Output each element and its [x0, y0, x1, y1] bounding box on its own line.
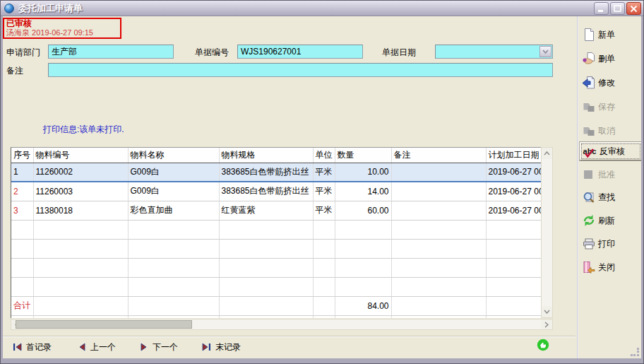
- doc-no-field[interactable]: WJS190627001: [237, 45, 363, 59]
- anti-audit-button[interactable]: abc 反审核: [580, 142, 641, 160]
- delete-doc-button[interactable]: 删单: [582, 50, 641, 67]
- doc-date-combo[interactable]: [435, 45, 553, 59]
- scrollbar-thumb[interactable]: [16, 320, 192, 329]
- audit-auditor-line: 汤海泉 2019-06-27 09:15: [6, 28, 118, 37]
- approve-label: 批准: [598, 169, 615, 181]
- cell-spec: 红黄蓝紫: [219, 201, 313, 220]
- col-header-unit[interactable]: 单位: [313, 148, 335, 163]
- cell-qty: 10.00: [335, 163, 391, 182]
- remark-field[interactable]: [48, 63, 553, 77]
- col-header-code[interactable]: 物料编号: [33, 148, 128, 163]
- close-button[interactable]: [626, 2, 641, 15]
- col-header-qty[interactable]: 数量: [335, 148, 391, 163]
- print-button[interactable]: 打印: [582, 235, 641, 252]
- cell-remark: [391, 182, 486, 201]
- first-record-icon: [13, 343, 22, 351]
- minimize-icon: [597, 5, 605, 13]
- col-header-spec[interactable]: 物料规格: [219, 148, 313, 163]
- cell-spec: 383685白色带筋挤出丝: [219, 163, 313, 182]
- last-record-icon: [202, 343, 211, 351]
- new-doc-button[interactable]: 新单: [582, 26, 641, 43]
- cancel-label: 取消: [598, 125, 615, 137]
- cell-code: 11380018: [33, 201, 128, 220]
- find-label: 查找: [598, 192, 615, 204]
- audit-status-box: 已审核 汤海泉 2019-06-27 09:15: [3, 18, 121, 39]
- table-empty-row[interactable]: [11, 277, 541, 296]
- minimize-button[interactable]: [594, 2, 609, 15]
- next-record-button[interactable]: 下一个: [140, 340, 178, 354]
- window-title: 委托加工申请单: [18, 2, 83, 15]
- new-doc-icon: [582, 28, 596, 42]
- close-window-label: 关闭: [598, 262, 615, 274]
- cell-date: 2019-06-27 00: [486, 163, 541, 182]
- globe-app-icon: [4, 4, 14, 13]
- green-confirm-icon[interactable]: [537, 339, 549, 351]
- cell-qty: 60.00: [335, 201, 391, 220]
- scroll-up-icon[interactable]: [542, 148, 552, 159]
- dept-field[interactable]: 生产部: [48, 45, 174, 59]
- cell-date: 2019-06-27 00: [486, 201, 541, 220]
- prev-record-label: 上一个: [90, 341, 116, 353]
- close-icon: [630, 5, 638, 13]
- table-row[interactable]: 2 11260003 G009白 383685白色带筋挤出丝 平米 14.00 …: [11, 182, 541, 201]
- prev-record-icon: [78, 343, 86, 351]
- cell-date: 2019-06-27 00: [486, 182, 541, 201]
- form-content: 已审核 汤海泉 2019-06-27 09:15 申请部门 生产部 单据编号 W…: [3, 16, 641, 358]
- approve-button: 批准: [582, 166, 641, 183]
- next-record-icon: [140, 343, 148, 351]
- last-record-label: 末记录: [215, 341, 241, 353]
- find-icon: [582, 190, 596, 204]
- col-header-name[interactable]: 物料名称: [128, 148, 219, 163]
- anti-audit-abc-icon: abc: [582, 147, 597, 155]
- print-label: 打印: [598, 238, 615, 250]
- remark-label: 备注: [6, 65, 23, 77]
- scroll-down-icon[interactable]: [542, 306, 552, 317]
- print-icon: [582, 237, 596, 251]
- next-record-label: 下一个: [153, 341, 178, 353]
- print-info-text: 打印信息:该单未打印.: [43, 124, 124, 136]
- total-label: 合计: [11, 296, 33, 315]
- cell-no: 3: [11, 201, 33, 220]
- cell-code: 11260002: [33, 163, 128, 182]
- table-empty-row[interactable]: [11, 258, 541, 277]
- edit-doc-label: 修改: [598, 77, 615, 89]
- cell-spec: 383685白色带筋挤出丝: [219, 182, 313, 201]
- maximize-button[interactable]: [610, 2, 625, 15]
- col-header-date[interactable]: 计划加工日期: [486, 148, 541, 163]
- table-empty-row[interactable]: [11, 239, 541, 258]
- cell-no: 2: [11, 182, 33, 201]
- table-row[interactable]: 1 11260002 G009白 383685白色带筋挤出丝 平米 10.00 …: [11, 163, 541, 182]
- table-vertical-scrollbar[interactable]: [541, 147, 553, 318]
- chevron-down-icon[interactable]: [539, 46, 551, 57]
- find-button[interactable]: 查找: [582, 189, 641, 206]
- refresh-label: 刷新: [598, 215, 615, 227]
- last-record-button[interactable]: 末记录: [202, 340, 241, 354]
- col-header-no[interactable]: 序号: [11, 148, 33, 163]
- app-window: 委托加工申请单 已审核 汤海泉 2019-06-27 09:15 申请部门 生产…: [0, 0, 644, 364]
- save-button: 保存: [582, 98, 641, 115]
- close-window-button[interactable]: 关闭: [582, 259, 641, 276]
- cell-qty: 14.00: [335, 182, 391, 201]
- edit-doc-button[interactable]: 修改: [582, 74, 641, 91]
- prev-record-button[interactable]: 上一个: [78, 340, 116, 354]
- record-nav-bar: 首记录 上一个 下一个 末记录: [3, 336, 576, 356]
- cell-unit: 平米: [313, 182, 335, 201]
- doc-no-label: 单据编号: [195, 47, 229, 59]
- refresh-button[interactable]: 刷新: [582, 212, 641, 229]
- anti-audit-label: 反审核: [600, 146, 625, 158]
- col-header-remark[interactable]: 备注: [391, 148, 486, 163]
- resize-grip[interactable]: [631, 348, 640, 357]
- table-empty-row: [11, 315, 541, 318]
- table-row[interactable]: 3 11380018 彩色直加曲 红黄蓝紫 平米 60.00 2019-06-2…: [11, 201, 541, 220]
- toolbar-divider: [577, 16, 578, 358]
- first-record-button[interactable]: 首记录: [13, 340, 52, 354]
- table-horizontal-scrollbar[interactable]: [11, 319, 553, 330]
- cell-unit: 平米: [313, 201, 335, 220]
- table-empty-row[interactable]: [11, 220, 541, 239]
- title-bar[interactable]: 委托加工申请单: [1, 1, 643, 16]
- scroll-right-icon[interactable]: [541, 319, 552, 329]
- doc-date-label: 单据日期: [382, 47, 416, 59]
- save-icon: [582, 100, 596, 114]
- cancel-button: 取消: [582, 122, 641, 139]
- items-table: 序号 物料编号 物料名称 物料规格 单位 数量 备注 计划加工日期 1 1126…: [11, 148, 541, 318]
